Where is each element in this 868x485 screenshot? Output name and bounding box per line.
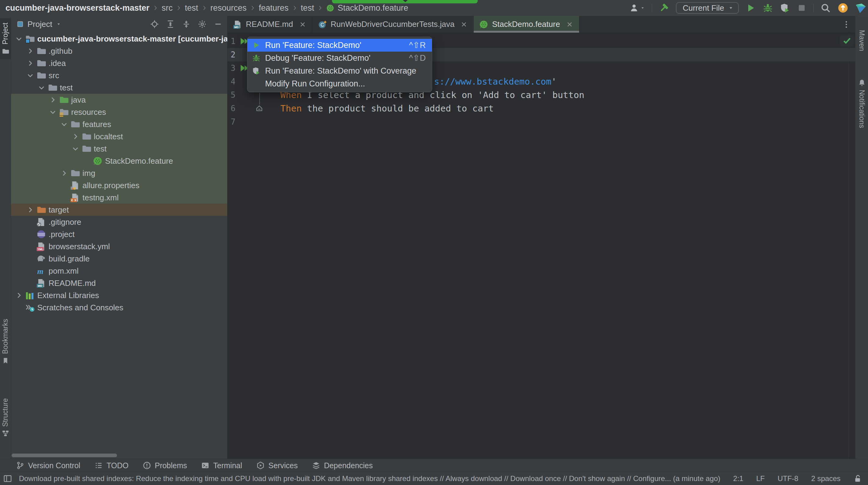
status-message[interactable]: Download pre-built shared indexes: Reduc… (19, 474, 726, 483)
tree-item-project[interactable]: .project (11, 228, 227, 240)
tree-item-browserstack-yml[interactable]: YMLbrowserstack.yml (11, 240, 227, 252)
tool-stripe-maven[interactable]: Maven (856, 30, 868, 51)
editor-column: MDREADME.mdCRunWebDriverCucumberTests.ja… (227, 16, 855, 459)
chevron-down-icon[interactable] (69, 145, 82, 153)
chevron-right-icon[interactable] (58, 169, 70, 177)
stop-button[interactable] (797, 3, 807, 13)
tree-item-target[interactable]: target (11, 204, 227, 216)
minus-icon[interactable] (214, 20, 222, 28)
breadcrumb-item-stackdemo-feature[interactable]: StackDemo.feature (338, 3, 408, 13)
editor[interactable]: 1234567 s://www.bstackdemo.com'When I se… (227, 33, 855, 459)
status-caret-position[interactable]: 2:1 (733, 474, 743, 483)
menu-item-run-feature-stackdemo[interactable]: Run 'Feature: StackDemo'^⇧R (247, 39, 432, 52)
chevron-right-icon[interactable] (24, 206, 36, 214)
tree-item-github[interactable]: .github (11, 45, 227, 57)
left-tool-stripe: ProjectBookmarksStructure (0, 16, 11, 459)
tree-item-resources[interactable]: resources (11, 106, 227, 118)
toolwindow-terminal[interactable]: Terminal (201, 461, 242, 470)
breadcrumb-item-test[interactable]: test (185, 3, 198, 13)
build-hammer-icon[interactable] (659, 3, 669, 13)
debug-button[interactable] (763, 3, 773, 13)
ide-logo-icon[interactable] (855, 2, 867, 14)
tool-stripe-structure[interactable]: Structure (0, 398, 11, 437)
breadcrumb-item-src[interactable]: src (161, 3, 173, 13)
toolwindow-services[interactable]: Services (256, 461, 298, 470)
tree-item-external-libraries[interactable]: External Libraries (11, 289, 227, 301)
breadcrumb-separator-icon (176, 5, 182, 11)
tool-stripe-bookmarks[interactable]: Bookmarks (0, 319, 11, 364)
services-icon (256, 461, 265, 470)
tree-item-cucumber-java-browserstack-master-cucumb[interactable]: cucumber-java-browserstack-master [cucum… (11, 33, 227, 45)
chevron-down-icon[interactable] (56, 21, 61, 27)
tab-readme-md[interactable]: MDREADME.md (227, 16, 312, 33)
chevron-right-icon[interactable] (69, 132, 82, 141)
chevron-down-icon[interactable] (47, 108, 59, 116)
run-configuration-select[interactable]: Current File (676, 2, 739, 14)
breadcrumb-item-test[interactable]: test (301, 3, 314, 13)
status-encoding[interactable]: UTF-8 (778, 474, 798, 483)
expand-all-icon[interactable] (166, 20, 175, 28)
chevron-right-icon[interactable] (47, 96, 59, 104)
tab-runwebdrivercucumbertests-java[interactable]: CRunWebDriverCucumberTests.java (312, 16, 474, 33)
tree-item-stackdemo-feature[interactable]: StackDemo.feature (11, 155, 227, 167)
chevron-down-icon[interactable] (35, 84, 48, 92)
tool-stripe-project[interactable]: Project (0, 18, 11, 59)
tree-item-build-gradle[interactable]: build.gradle (11, 252, 227, 265)
tree-item-gitignore[interactable]: .gitignore (11, 216, 227, 228)
breadcrumb-item-resources[interactable]: resources (211, 3, 247, 13)
tree-item-localtest[interactable]: localtest (11, 130, 227, 143)
fold-end-icon[interactable] (255, 103, 264, 112)
chevron-down-icon[interactable] (13, 35, 25, 43)
project-view-icon[interactable] (17, 21, 24, 28)
update-icon[interactable] (837, 2, 848, 13)
tree-item-readme-md[interactable]: MDREADME.md (11, 277, 227, 289)
layout-icon[interactable] (3, 474, 12, 483)
breadcrumb-item-features[interactable]: features (259, 3, 289, 13)
tree-item-scratches-and-consoles[interactable]: Scratches and Consoles (11, 301, 227, 314)
close-icon[interactable] (299, 21, 307, 28)
tool-stripe-notifications[interactable]: Notifications (856, 79, 868, 128)
collapse-all-icon[interactable] (182, 20, 191, 28)
menu-item-debug-feature-stackdemo[interactable]: Debug 'Feature: StackDemo'^⇧D (247, 52, 432, 64)
locate-icon[interactable] (150, 20, 159, 28)
coverage-button[interactable] (780, 3, 790, 13)
toolwindow-problems[interactable]: Problems (143, 461, 187, 470)
chevron-right-icon[interactable] (24, 59, 36, 67)
tree-item-idea[interactable]: .idea (11, 57, 227, 69)
lock-open-icon[interactable] (853, 474, 862, 483)
status-line-separator[interactable]: LF (756, 474, 765, 483)
project-panel-title: Project (28, 20, 52, 29)
gear-icon[interactable] (198, 20, 207, 28)
tree-item-img[interactable]: img (11, 167, 227, 179)
chevron-right-icon[interactable] (24, 47, 36, 55)
tab-options-icon[interactable] (842, 20, 851, 29)
toolwindow-todo[interactable]: TODO (94, 461, 129, 470)
toolwindow-version-control[interactable]: Version Control (16, 461, 80, 470)
chevron-down-icon[interactable] (58, 120, 70, 128)
tree-item-test[interactable]: test (11, 143, 227, 155)
tree-item-java[interactable]: java (11, 94, 227, 106)
menu-shortcut: ^⇧D (409, 53, 426, 63)
menu-item-modify-run-configuration[interactable]: Modify Run Configuration... (247, 77, 432, 90)
chevron-down-icon[interactable] (24, 71, 36, 80)
inspections-ok-icon[interactable] (840, 35, 854, 47)
status-indent[interactable]: 2 spaces (811, 474, 840, 483)
tab-stackdemo-feature[interactable]: StackDemo.feature (474, 16, 579, 33)
chevron-right-icon[interactable] (13, 291, 25, 299)
search-icon[interactable] (820, 3, 831, 13)
tree-item-pom-xml[interactable]: mpom.xml (11, 265, 227, 277)
breadcrumb-item-cucumber-java-browserstack-master[interactable]: cucumber-java-browserstack-master (5, 3, 149, 13)
close-icon[interactable] (566, 21, 574, 28)
horizontal-scrollbar[interactable] (11, 454, 117, 457)
user-icon[interactable] (629, 3, 645, 13)
file-md-icon: MD (36, 278, 49, 288)
tree-item-allure-properties[interactable]: allure.properties (11, 179, 227, 191)
tree-item-features[interactable]: features (11, 118, 227, 130)
run-button[interactable] (746, 3, 756, 13)
toolwindow-dependencies[interactable]: Dependencies (312, 461, 373, 470)
close-icon[interactable] (460, 21, 468, 28)
tree-item-test[interactable]: test (11, 82, 227, 94)
menu-item-run-feature-stackdemo-with-coverage[interactable]: Run 'Feature: StackDemo' with Coverage (247, 64, 432, 77)
tree-item-src[interactable]: src (11, 69, 227, 82)
tree-item-testng-xml[interactable]: testng.xml (11, 191, 227, 204)
